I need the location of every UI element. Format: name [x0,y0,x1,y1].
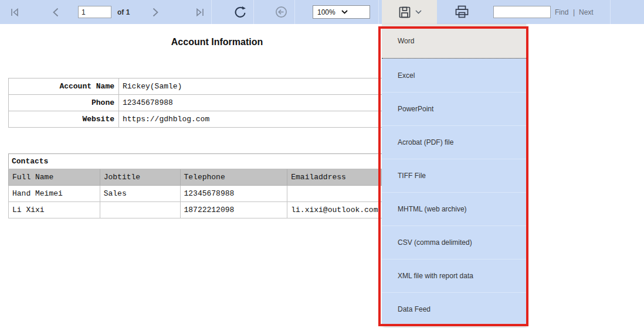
export-format-menu: Word Excel PowerPoint Acrobat (PDF) file… [382,24,526,326]
chevron-down-icon [415,10,422,14]
table-cell: Li Xixi [9,202,100,218]
column-header: Jobtitle [100,169,180,186]
back-to-parent-button[interactable] [272,0,290,24]
find-button[interactable]: Find [555,0,568,24]
account-info-table: Account Name Rickey(Samle) Phone 1234567… [8,78,434,128]
table-row: Phone 12345678988 [9,95,434,111]
table-cell: 12345678988 [180,186,287,202]
menu-item-tiff[interactable]: TIFF File [382,159,526,192]
toolbar-divider [253,0,254,24]
find-next-button[interactable]: Next [579,0,594,24]
zoom-value: 100% [317,8,341,16]
page-number-input[interactable] [78,6,111,18]
contacts-header-row: Full Name Jobtitle Telephone Emailaddres… [9,169,434,186]
website-label: Website [9,111,119,128]
print-button[interactable] [452,0,472,24]
page-count-label: of 1 [117,0,130,24]
table-row: Account Name Rickey(Samle) [9,78,434,95]
column-header: Full Name [9,169,100,186]
previous-page-button[interactable] [47,0,65,24]
first-page-icon [8,6,21,19]
last-page-button[interactable] [190,0,210,24]
export-save-button[interactable] [382,0,437,24]
table-row: Website https://gdhblog.com [9,111,434,128]
table-row: Li Xixi 18722212098 li.xixi@outlook.com [9,202,434,218]
menu-item-mhtml[interactable]: MHTML (web archive) [382,192,526,226]
save-icon [398,5,412,19]
first-page-button[interactable] [5,0,25,24]
find-text-input[interactable] [493,6,551,18]
next-page-icon [150,6,161,18]
toolbar-divider [610,0,611,24]
last-page-icon [194,6,206,19]
print-icon [455,5,469,19]
table-cell: Sales [100,186,180,202]
report-canvas: Account Information Account Name Rickey(… [0,24,644,328]
menu-item-powerpoint[interactable]: PowerPoint [382,92,526,125]
next-page-button[interactable] [147,0,164,24]
contacts-title-row: Contacts [9,154,434,169]
chevron-down-icon [341,10,365,14]
menu-item-pdf[interactable]: Acrobat (PDF) file [382,125,526,159]
zoom-select[interactable]: 100% [313,5,370,19]
contacts-title: Contacts [9,154,434,169]
table-cell: Hand Meimei [9,186,100,202]
table-row: Hand Meimei Sales 12345678988 [9,186,434,202]
menu-item-word[interactable]: Word [382,24,526,59]
toolbar-divider [211,0,212,24]
find-next-separator: | [573,0,575,24]
menu-item-xml[interactable]: XML file with report data [382,259,526,292]
report-title: Account Information [0,37,434,47]
toolbar-divider [294,0,295,24]
contacts-table: Contacts Full Name Jobtitle Telephone Em… [8,153,434,218]
refresh-button[interactable] [232,0,249,24]
refresh-icon [233,5,248,19]
previous-page-icon [50,6,61,18]
menu-item-data-feed[interactable]: Data Feed [382,292,526,326]
toolbar-divider [378,0,379,24]
report-viewer-toolbar: of 1 [0,0,644,24]
menu-item-csv[interactable]: CSV (comma delimited) [382,226,526,259]
back-arrow-icon [274,5,288,19]
menu-item-excel[interactable]: Excel [382,59,526,92]
table-cell [100,202,180,218]
phone-label: Phone [9,95,119,111]
table-cell: 18722212098 [180,202,287,218]
account-name-label: Account Name [9,78,119,95]
column-header: Telephone [180,169,287,186]
